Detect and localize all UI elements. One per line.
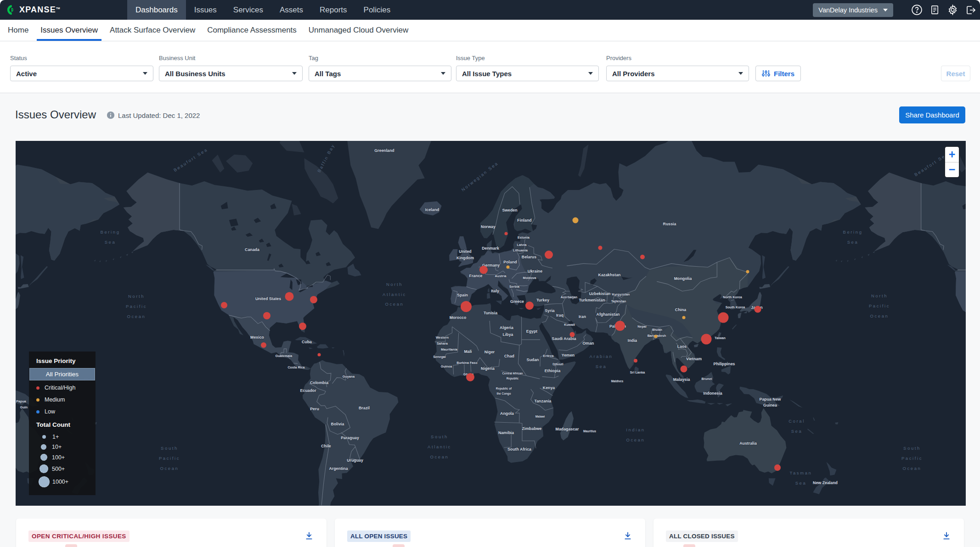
svg-text:Latvia: Latvia xyxy=(517,243,527,247)
svg-text:Brazil: Brazil xyxy=(359,406,370,410)
svg-text:Chad: Chad xyxy=(504,354,514,358)
svg-text:Brunei: Brunei xyxy=(702,377,712,381)
svg-text:Morocco: Morocco xyxy=(450,315,467,320)
svg-text:Belarus: Belarus xyxy=(522,255,536,259)
svg-text:Republic of: Republic of xyxy=(496,387,512,391)
svg-text:Algeria: Algeria xyxy=(500,325,513,330)
svg-text:Papua: Papua xyxy=(16,399,27,403)
svg-text:Republic: Republic xyxy=(507,377,519,380)
svg-text:Turkey: Turkey xyxy=(536,298,549,302)
svg-text:Atlantic: Atlantic xyxy=(428,444,451,449)
svg-text:Kenya: Kenya xyxy=(543,385,555,390)
svg-text:Sea: Sea xyxy=(847,240,859,245)
svg-text:Nepal: Nepal xyxy=(637,324,647,329)
svg-text:South: South xyxy=(903,446,921,451)
svg-text:Malawi: Malawi xyxy=(535,415,545,418)
svg-text:Eritrea: Eritrea xyxy=(543,354,554,358)
svg-text:Kuwait: Kuwait xyxy=(564,323,575,327)
svg-text:Guinea: Guinea xyxy=(763,403,777,407)
svg-text:China: China xyxy=(675,307,687,312)
svg-text:Ocean: Ocean xyxy=(160,466,179,471)
svg-text:Western: Western xyxy=(436,335,449,340)
svg-text:the Congo: the Congo xyxy=(496,392,511,396)
svg-text:Maldives: Maldives xyxy=(611,380,624,383)
svg-text:Senegal: Senegal xyxy=(433,355,446,359)
svg-text:Norway: Norway xyxy=(481,224,496,229)
svg-text:Sea: Sea xyxy=(795,480,807,486)
svg-text:Iran: Iran xyxy=(579,314,586,319)
svg-text:India: India xyxy=(628,338,637,343)
svg-text:Pacific: Pacific xyxy=(159,456,180,461)
svg-text:Guyana: Guyana xyxy=(343,374,355,379)
svg-text:Niger: Niger xyxy=(484,350,495,354)
svg-text:Sea: Sea xyxy=(791,429,803,434)
svg-text:North: North xyxy=(871,293,888,298)
svg-text:Sea: Sea xyxy=(596,364,607,369)
svg-text:Vietnam: Vietnam xyxy=(686,357,702,361)
svg-text:United States: United States xyxy=(255,296,281,301)
svg-text:Iraq: Iraq xyxy=(556,313,563,318)
svg-text:Tanzania: Tanzania xyxy=(535,399,552,403)
svg-text:Philippines: Philippines xyxy=(714,362,735,366)
svg-text:Ocean: Ocean xyxy=(385,301,404,307)
svg-text:Uruguay: Uruguay xyxy=(347,458,363,463)
svg-text:Taiwan: Taiwan xyxy=(715,336,726,340)
svg-text:Nigeria: Nigeria xyxy=(481,366,495,371)
svg-text:Syria: Syria xyxy=(545,308,555,313)
svg-text:Mali: Mali xyxy=(464,349,472,354)
svg-text:Serbia: Serbia xyxy=(509,285,520,289)
svg-text:Oman: Oman xyxy=(583,341,594,346)
svg-text:Lithuania: Lithuania xyxy=(513,248,528,252)
svg-text:Sri Lanka: Sri Lanka xyxy=(630,370,645,374)
svg-text:Sudan: Sudan xyxy=(527,357,539,362)
svg-text:Tasman: Tasman xyxy=(790,470,812,475)
svg-text:Libya: Libya xyxy=(503,332,513,337)
svg-text:Tunisia: Tunisia xyxy=(484,311,497,315)
svg-text:Australia: Australia xyxy=(739,441,757,446)
svg-text:Ukraine: Ukraine xyxy=(528,269,542,274)
svg-text:Ocean: Ocean xyxy=(430,454,449,459)
svg-text:Central African: Central African xyxy=(502,372,523,375)
svg-text:Namibia: Namibia xyxy=(498,430,514,435)
svg-text:Mauritius: Mauritius xyxy=(583,430,596,433)
svg-text:South Korea: South Korea xyxy=(726,305,746,309)
svg-text:Bering: Bering xyxy=(843,229,862,234)
svg-text:Mauritania: Mauritania xyxy=(441,347,458,352)
svg-text:Costa Rica: Costa Rica xyxy=(287,365,305,369)
svg-text:Yemen: Yemen xyxy=(562,353,574,357)
svg-text:Saudi Arabia: Saudi Arabia xyxy=(552,336,576,341)
svg-text:Kingdom: Kingdom xyxy=(456,256,474,260)
svg-text:Bhutan: Bhutan xyxy=(652,328,662,331)
svg-text:South: South xyxy=(161,446,178,451)
svg-text:Pacific: Pacific xyxy=(869,303,890,308)
svg-text:Mongolia: Mongolia xyxy=(674,276,692,281)
svg-text:Russia: Russia xyxy=(663,222,676,226)
svg-text:Guin: Guin xyxy=(20,405,28,409)
svg-text:Cuba: Cuba xyxy=(302,340,312,344)
svg-text:Ocean: Ocean xyxy=(127,314,146,319)
svg-text:Turkmenistan: Turkmenistan xyxy=(579,298,605,302)
svg-text:Guatemala: Guatemala xyxy=(276,354,293,358)
svg-text:Moldova: Moldova xyxy=(523,276,536,280)
svg-text:Estonia: Estonia xyxy=(518,235,530,240)
svg-text:South: South xyxy=(431,434,448,439)
svg-text:Angola: Angola xyxy=(500,411,514,416)
svg-text:Pacific: Pacific xyxy=(126,304,147,309)
svg-text:Tajikistan: Tajikistan xyxy=(611,299,626,303)
svg-text:Austria: Austria xyxy=(495,274,507,278)
svg-text:Ethiopia: Ethiopia xyxy=(545,368,561,373)
svg-text:Bolivia: Bolivia xyxy=(331,422,344,426)
svg-text:Sweden: Sweden xyxy=(502,208,517,212)
svg-text:Ocean: Ocean xyxy=(903,466,922,471)
svg-text:North: North xyxy=(128,294,145,299)
svg-text:Chile: Chile xyxy=(321,444,331,448)
svg-text:Guinea: Guinea xyxy=(441,364,452,368)
svg-text:Pacific: Pacific xyxy=(901,456,923,461)
svg-text:Finland: Finland xyxy=(517,218,531,223)
svg-text:Papua New: Papua New xyxy=(760,397,781,402)
svg-text:Egypt: Egypt xyxy=(526,329,538,334)
svg-text:Canada: Canada xyxy=(245,247,259,252)
svg-text:Zimbabwe: Zimbabwe xyxy=(522,426,541,431)
svg-text:Ocean: Ocean xyxy=(870,313,889,318)
svg-text:Peru: Peru xyxy=(310,407,319,411)
